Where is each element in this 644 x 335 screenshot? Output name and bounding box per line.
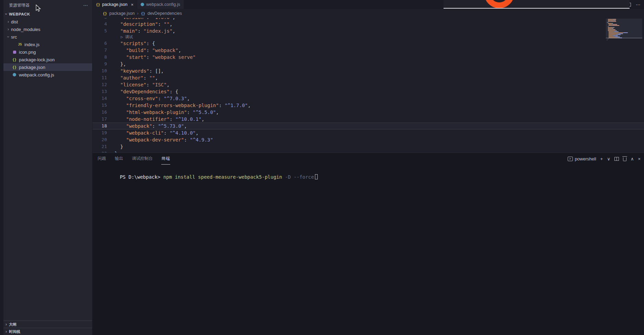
split-terminal-icon[interactable]: [614, 157, 619, 161]
line-number: [92, 34, 107, 40]
line-number: 5: [92, 28, 107, 34]
breadcrumb-item[interactable]: devDependencies: [148, 11, 182, 16]
sidebar-section-大纲[interactable]: ›大纲: [3, 321, 92, 328]
tree-item-webpack.config.js[interactable]: webpack.config.js: [3, 71, 92, 78]
json-file-icon: {}: [12, 58, 17, 62]
code-line[interactable]: 11 "author": "",: [92, 74, 644, 81]
explorer-section-webpack[interactable]: › WEBPACK: [3, 10, 92, 18]
code-line[interactable]: 16 "html-webpack-plugin": "^5.5.0",: [92, 109, 644, 116]
line-text: "friendly-errors-webpack-plugin": "^1.7.…: [107, 102, 251, 109]
sidebar-section-label: 时间线: [9, 329, 20, 334]
webpack-file-icon: [141, 3, 144, 6]
tree-item-dist[interactable]: ›dist: [3, 18, 92, 25]
minimap-slider[interactable]: [606, 19, 642, 38]
line-text: "keywords": [],: [107, 67, 164, 74]
code-line[interactable]: 9 },: [92, 61, 644, 67]
code-line[interactable]: 15 "friendly-errors-webpack-plugin": "^1…: [92, 102, 644, 109]
panel-tab-问题[interactable]: 问题: [97, 153, 106, 165]
tree-item-package-lock.json[interactable]: {}package-lock.json: [3, 56, 92, 63]
terminal-command: npm install speed-measure-webpack5-plugi…: [160, 174, 282, 180]
line-number: 19: [92, 129, 107, 136]
line-text: "license": "ISC",: [107, 81, 170, 88]
line-text: }: [107, 143, 123, 150]
line-text: "version": "1.0.0",: [107, 18, 175, 21]
maximize-panel-icon[interactable]: ∧: [631, 156, 634, 161]
line-number: 18: [92, 123, 107, 129]
line-number: 21: [92, 143, 107, 150]
line-text: "webpack": "^5.73.0",: [107, 123, 187, 129]
editor-more-actions-icon[interactable]: ⋯: [636, 2, 641, 7]
editor-tabs: {}package.json×webpack.config.js: [92, 0, 184, 9]
js-file-icon: JS: [17, 43, 23, 46]
code-line[interactable]: 4 "description": "",: [92, 21, 644, 28]
panel-header: 问题输出调试控制台终端 > powershell + ∨ ∧ ×: [92, 153, 644, 165]
tree-item-node_modules[interactable]: ›node_modules: [3, 25, 92, 33]
bottom-panel: 问题输出调试控制台终端 > powershell + ∨ ∧ × PS D:\w…: [92, 153, 644, 335]
line-text: "author": "",: [107, 74, 158, 81]
code-line[interactable]: 21 }: [92, 143, 644, 150]
code-line[interactable]: 14 "cross-env": "^7.0.3",: [92, 95, 644, 102]
file-label: package.json: [19, 65, 45, 70]
line-text: "cross-env": "^7.0.3",: [107, 95, 190, 102]
close-tab-icon[interactable]: ×: [131, 2, 134, 7]
tab-webpack.config.js[interactable]: webpack.config.js: [137, 0, 184, 9]
line-text: },: [107, 61, 126, 67]
code-line[interactable]: 10 "keywords": [],: [92, 67, 644, 74]
json-file-icon: {}: [12, 65, 17, 69]
code-line[interactable]: 13 "devDependencies": {: [92, 88, 644, 95]
tree-item-src[interactable]: ›src: [3, 33, 92, 41]
code-line[interactable]: 22}: [92, 150, 644, 153]
line-number: 14: [92, 95, 107, 102]
tab-package.json[interactable]: {}package.json×: [92, 0, 137, 9]
breadcrumb: {}package.json›{}devDependencies: [92, 9, 644, 18]
code-line[interactable]: 7 "build": "webpack",: [92, 47, 644, 54]
tree-item-icon.png[interactable]: icon.png: [3, 48, 92, 56]
overlay-logo-ring: [484, 0, 514, 8]
code-line[interactable]: 18 "webpack": "^5.73.0",: [92, 123, 644, 129]
panel-tabs: 问题输出调试控制台终端: [97, 153, 170, 165]
new-terminal-icon[interactable]: +: [600, 156, 603, 161]
line-number: 17: [92, 116, 107, 123]
tree-item-package.json[interactable]: {}package.json: [3, 63, 92, 71]
codelens[interactable]: ▷ 调试: [92, 34, 644, 40]
sidebar-section-时间线[interactable]: ›时间线: [3, 328, 92, 335]
file-label: dist: [11, 19, 18, 24]
minimap[interactable]: [607, 19, 641, 40]
code-line[interactable]: 5 "main": "index.js",: [92, 28, 644, 34]
line-text: "scripts": {: [107, 40, 155, 47]
line-text: "webpack-cli": "^4.10.0",: [107, 129, 198, 136]
explorer-sidebar: 资源管理器 ⋯ › WEBPACK ›dist›node_modules›src…: [3, 0, 92, 335]
code-line[interactable]: 8 "start": "webpack serve": [92, 54, 644, 61]
panel-tab-调试控制台[interactable]: 调试控制台: [132, 153, 153, 165]
code-line[interactable]: 3 "version": "1.0.0",: [92, 18, 644, 21]
line-number: 9: [92, 61, 107, 67]
file-label: index.js: [24, 42, 40, 47]
panel-tab-输出[interactable]: 输出: [114, 153, 123, 165]
line-text: "main": "index.js",: [107, 28, 175, 34]
chevron-down-icon: ›: [4, 11, 9, 17]
line-text: "webpack-dev-server": "^4.9.3": [107, 136, 213, 143]
explorer-header: 资源管理器 ⋯: [3, 0, 92, 10]
terminal-params: -D --force: [282, 174, 314, 180]
terminal-dropdown-icon[interactable]: ∨: [607, 156, 610, 161]
code-line[interactable]: 19 "webpack-cli": "^4.10.0",: [92, 129, 644, 136]
sidebar-bottom-sections: ›大纲›时间线: [3, 321, 92, 335]
code-line[interactable]: 20 "webpack-dev-server": "^4.9.3": [92, 136, 644, 143]
shell-selector[interactable]: > powershell: [568, 156, 596, 161]
close-panel-icon[interactable]: ×: [638, 156, 641, 161]
panel-tab-终端[interactable]: 终端: [161, 153, 170, 165]
line-number: 15: [92, 102, 107, 109]
line-number: 8: [92, 54, 107, 61]
line-text: }: [107, 150, 117, 153]
line-text: "build": "webpack",: [107, 47, 181, 54]
code-line[interactable]: 17 "node-notifier": "^10.0.1",: [92, 116, 644, 123]
more-actions-icon[interactable]: ⋯: [83, 2, 88, 8]
code-line[interactable]: 6 "scripts": {: [92, 40, 644, 47]
tree-item-index.js[interactable]: JSindex.js: [3, 41, 92, 48]
kill-terminal-icon[interactable]: [623, 157, 626, 161]
code-line[interactable]: 12 "license": "ISC",: [92, 81, 644, 88]
breadcrumb-separator: ›: [137, 11, 139, 16]
breadcrumb-item[interactable]: package.json: [109, 11, 135, 16]
terminal-output[interactable]: PS D:\webpack> npm install speed-measure…: [92, 165, 644, 185]
terminal-prompt: PS D:\webpack>: [120, 174, 160, 180]
